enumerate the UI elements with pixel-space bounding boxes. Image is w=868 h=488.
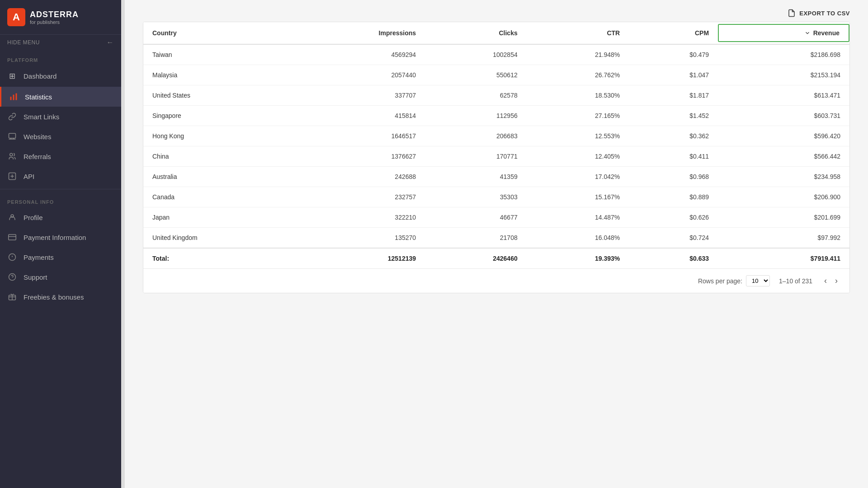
export-csv-button[interactable]: EXPORT TO CSV [788,9,850,17]
col-header-revenue[interactable]: Revenue [718,22,849,44]
col-header-clicks: Clicks [425,22,527,44]
freebies-icon [7,293,17,301]
sidebar-item-label: Dashboard [24,72,57,80]
col-header-country: Country [143,22,293,44]
cell-country: Canada [143,187,293,207]
api-icon [7,172,17,180]
cell-ctr: 27.165% [527,106,629,126]
support-icon [7,273,17,281]
logo-icon: A [7,8,25,26]
sidebar-item-label: Websites [24,133,51,141]
cell-revenue: $206.900 [718,187,849,207]
page-info: 1–10 of 231 [779,277,812,285]
cell-ctr: 21.948% [527,44,629,65]
svg-rect-2 [16,94,17,100]
cell-cpm: $0.479 [629,44,718,65]
prev-page-button[interactable]: ‹ [821,275,830,286]
cell-impressions: 1646517 [293,126,425,146]
sidebar-item-dashboard[interactable]: ⊞ Dashboard [0,66,121,87]
cell-ctr: 14.487% [527,207,629,228]
cell-clicks: 112956 [425,106,527,126]
top-bar: EXPORT TO CSV [125,0,868,22]
table-row: Hong Kong 1646517 206683 12.553% $0.362 … [143,126,849,146]
col-header-impressions: Impressions [293,22,425,44]
cell-country: Singapore [143,106,293,126]
cell-cpm: $0.362 [629,126,718,146]
table-row: United States 337707 62578 18.530% $1.81… [143,85,849,106]
cell-revenue: $234.958 [718,167,849,187]
sidebar-item-referrals[interactable]: Referrals [0,146,121,166]
sidebar-item-label: Payment Information [24,234,86,241]
cell-revenue: $2153.194 [718,65,849,85]
total-impressions: 12512139 [293,248,425,268]
statistics-table-container: Country Impressions Clicks CTR CPM [143,22,850,293]
cell-impressions: 2057440 [293,65,425,85]
sidebar-item-statistics[interactable]: Statistics [0,87,121,107]
cell-impressions: 322210 [293,207,425,228]
svg-rect-3 [9,133,16,138]
cell-revenue: $613.471 [718,85,849,106]
sidebar-item-label: Freebies & bonuses [24,293,84,301]
sidebar-item-websites[interactable]: Websites [0,127,121,146]
cell-clicks: 1002854 [425,44,527,65]
sidebar-item-smart-links[interactable]: Smart Links [0,107,121,127]
dashboard-icon: ⊞ [7,71,17,81]
profile-icon [7,213,17,221]
cell-cpm: $0.968 [629,167,718,187]
personal-info-section-label: PERSONAL INFO [0,192,121,207]
sidebar-item-freebies[interactable]: Freebies & bonuses [0,287,121,307]
cell-ctr: 18.530% [527,85,629,106]
total-cpm: $0.633 [629,248,718,268]
svg-rect-0 [10,97,12,100]
cell-country: Malaysia [143,65,293,85]
sidebar-item-payments[interactable]: Payments [0,247,121,267]
export-csv-label: EXPORT TO CSV [799,10,850,17]
next-page-button[interactable]: › [832,275,840,286]
sort-desc-icon [804,30,811,36]
sidebar-item-profile[interactable]: Profile [0,207,121,227]
cell-revenue: $2186.698 [718,44,849,65]
cell-cpm: $1.817 [629,85,718,106]
cell-clicks: 550612 [425,65,527,85]
payment-info-icon [7,233,17,241]
cell-clicks: 41359 [425,167,527,187]
hide-menu-label: HIDE MENU [7,39,40,46]
cell-revenue: $596.420 [718,126,849,146]
cell-revenue: $566.442 [718,146,849,167]
rows-per-page-select[interactable]: 10 25 50 [746,275,770,286]
rows-per-page-label: Rows per page: [698,277,742,285]
cell-country: China [143,146,293,167]
total-revenue: $7919.411 [718,248,849,268]
sidebar-item-api[interactable]: API [0,166,121,186]
cell-ctr: 15.167% [527,187,629,207]
logo-area: A ADSTERRA for publishers [0,0,121,34]
cell-clicks: 62578 [425,85,527,106]
cell-clicks: 21708 [425,228,527,249]
cell-clicks: 170771 [425,146,527,167]
sidebar: A ADSTERRA for publishers HIDE MENU ← PL… [0,0,121,488]
platform-section-label: PLATFORM [0,50,121,66]
table-row: Taiwan 4569294 1002854 21.948% $0.479 $2… [143,44,849,65]
total-row: Total: 12512139 2426460 19.393% $0.633 $… [143,248,849,268]
sidebar-item-label: Statistics [25,93,52,101]
table-row: Australia 242688 41359 17.042% $0.968 $2… [143,167,849,187]
referrals-icon [7,152,17,160]
cell-ctr: 16.048% [527,228,629,249]
cell-impressions: 135270 [293,228,425,249]
websites-icon [7,132,17,141]
cell-cpm: $1.047 [629,65,718,85]
hide-menu-arrow-icon[interactable]: ← [107,38,114,47]
pagination-bar: Rows per page: 10 25 50 1–10 of 231 ‹ › [143,268,849,293]
rows-per-page-control: Rows per page: 10 25 50 [698,275,770,286]
table-row: Japan 322210 46677 14.487% $0.626 $201.6… [143,207,849,228]
sidebar-item-support[interactable]: Support [0,267,121,287]
sidebar-item-payment-information[interactable]: Payment Information [0,227,121,247]
cell-country: Taiwan [143,44,293,65]
logo-text: ADSTERRA for publishers [30,10,79,25]
cell-clicks: 35303 [425,187,527,207]
cell-ctr: 17.042% [527,167,629,187]
cell-clicks: 46677 [425,207,527,228]
sidebar-item-label: API [24,173,34,180]
cell-impressions: 4569294 [293,44,425,65]
cell-country: Japan [143,207,293,228]
